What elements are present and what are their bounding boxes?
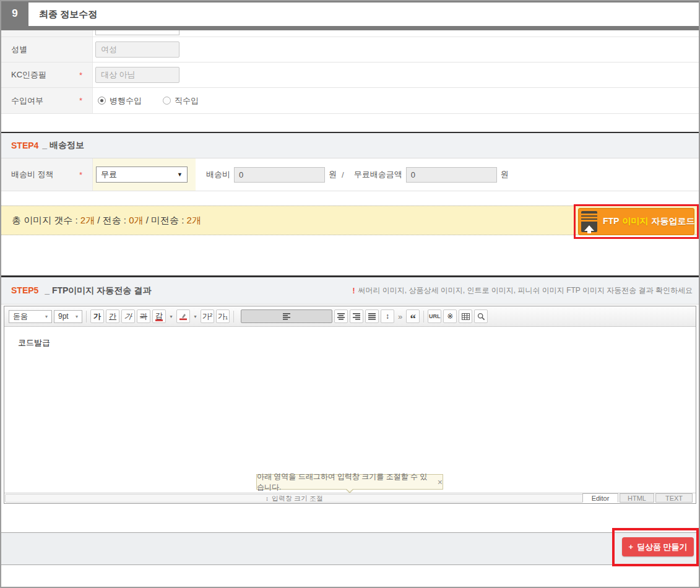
align-center-icon: [337, 313, 345, 320]
toolbar-more-icon[interactable]: »: [396, 312, 404, 321]
tab-html[interactable]: HTML: [620, 493, 654, 503]
banner-text: 총 이미지 갯수 : 2개 / 전송 : 0개 / 미전송 : 2개: [12, 215, 201, 227]
unsent-image-count: 2개: [187, 215, 201, 225]
toolbar-separator: [86, 311, 87, 322]
product-info-form: 성별 KC인증필 * 수입여부 * 병행수입: [1, 30, 699, 132]
ftp-auto-upload-button[interactable]: FTP 이미지 자동업로드: [578, 208, 694, 235]
upload-tray-icon: [581, 211, 597, 232]
create-deal-button[interactable]: + 딜상품 만들기: [622, 537, 694, 556]
search-icon: [477, 313, 485, 321]
superscript-button[interactable]: 가²: [201, 309, 214, 323]
plus-icon: +: [628, 542, 633, 551]
step5-label: STEP5: [11, 285, 38, 295]
shipping-fee-label: 배송비: [206, 169, 230, 180]
exclamation-icon: !: [353, 287, 355, 295]
close-icon[interactable]: ×: [438, 477, 443, 487]
tooltip-text: 아래 영역을 드래그하여 입력창 크기를 조절할 수 있습니다.: [257, 472, 432, 493]
insert-link-button[interactable]: URL: [428, 309, 441, 323]
align-justify-button[interactable]: [365, 309, 379, 323]
align-right-icon: [353, 313, 361, 320]
chevron-down-icon: ▼: [177, 171, 183, 178]
gender-label: 성별: [1, 37, 93, 62]
line-height-icon: ↕: [386, 312, 389, 321]
step5-title: _ FTP이미지 자동전송 결과: [45, 285, 151, 295]
parallel-import-radio[interactable]: [98, 97, 106, 105]
parallel-import-radio-label: 병행수입: [110, 95, 142, 106]
toolbar-separator: [233, 311, 234, 322]
import-type-radio-group: 병행수입 직수입: [95, 95, 199, 106]
highlight-dropdown-icon[interactable]: ▾: [192, 309, 199, 323]
special-char-icon: ※: [447, 312, 453, 321]
chevron-down-icon: ▾: [76, 314, 78, 319]
free-shipping-threshold-label: 무료배송금액: [354, 169, 402, 180]
table-row: 성별: [1, 37, 699, 63]
editor-text: 코드발급: [18, 338, 50, 347]
subscript-button[interactable]: 가₁: [216, 309, 230, 323]
footer-action-bar: [1, 532, 699, 565]
editor-mode-tabs: Editor HTML TEXT: [582, 493, 693, 503]
ftp-button-label: 자동업로드: [651, 216, 694, 227]
free-shipping-threshold-field: [406, 167, 497, 183]
line-height-button[interactable]: ↕: [381, 309, 394, 323]
required-asterisk: *: [79, 170, 82, 179]
editor-resize-handle[interactable]: ↕ 입력창 크기 조절: [5, 494, 584, 503]
chevron-down-icon: ▾: [45, 314, 48, 319]
highlight-color-button[interactable]: [176, 309, 190, 323]
font-size-select[interactable]: 9pt ▾: [54, 310, 82, 323]
page-header: 9 최종 정보수정: [1, 1, 699, 30]
font-family-select[interactable]: 돋움 ▾: [9, 310, 52, 323]
gender-field: [95, 41, 179, 58]
partial-input-row: [1, 30, 699, 37]
special-char-button[interactable]: ※: [443, 309, 457, 323]
step5-section-header: STEP5 _ FTP이미지 자동전송 결과 ! 써머리 이미지, 상품상세 이…: [1, 275, 699, 305]
page-title: 최종 정보수정: [28, 2, 699, 26]
tab-text[interactable]: TEXT: [655, 493, 693, 503]
kc-cert-field: [95, 67, 179, 83]
align-left-button[interactable]: [241, 309, 332, 323]
align-center-button[interactable]: [334, 309, 348, 323]
step5-notice: ! 써머리 이미지, 상품상세 이미지, 인트로 이미지, 피니쉬 이미지 FT…: [353, 285, 693, 296]
resize-arrows-icon: ↕: [266, 495, 269, 502]
blockquote-button[interactable]: “: [406, 309, 420, 323]
direct-import-radio[interactable]: [163, 97, 171, 105]
toolbar-separator: [423, 311, 424, 322]
editor-toolbar: 돋움 ▾ 9pt ▾ 가 간 가 과 감 ▾ ▾ 가² 가₁: [4, 306, 696, 327]
editor-bottom-bar: ↕ 입력창 크기 조절 Editor HTML TEXT: [4, 493, 696, 503]
direct-import-radio-label: 직수입: [175, 95, 199, 106]
shipping-fee-field: [234, 167, 325, 183]
step4-label: STEP4: [11, 141, 38, 150]
table-row: 수입여부 * 병행수입 직수입: [1, 88, 699, 114]
font-color-dropdown-icon[interactable]: ▾: [168, 309, 175, 323]
kc-cert-label: KC인증필 *: [1, 63, 93, 87]
separator: /: [342, 170, 344, 179]
align-right-button[interactable]: [350, 309, 363, 323]
row-label-empty: [1, 30, 93, 37]
table-row: KC인증필 *: [1, 63, 699, 88]
quote-icon: “: [410, 311, 416, 322]
shipping-policy-select[interactable]: 무료 ▼: [96, 166, 188, 183]
table-icon: [462, 313, 470, 320]
insert-table-button[interactable]: [459, 309, 472, 323]
font-color-button[interactable]: 감: [152, 309, 166, 323]
resize-handle-label: 입력창 크기 조절: [272, 494, 323, 503]
import-type-label: 수입여부 *: [1, 88, 93, 113]
underline-button[interactable]: 간: [106, 309, 119, 323]
shipping-policy-row: 배송비 정책 * 무료 ▼ 배송비 원 / 무료배송금액 원: [1, 158, 699, 191]
italic-button[interactable]: 가: [121, 309, 135, 323]
step4-section-header: STEP4 _ 배송정보: [1, 132, 699, 158]
bold-button[interactable]: 가: [90, 309, 104, 323]
currency-unit: 원: [329, 169, 337, 180]
ftp-button-label: FTP: [603, 216, 619, 227]
resize-hint-tooltip: 아래 영역을 드래그하여 입력창 크기를 조절할 수 있습니다. ×: [256, 474, 443, 490]
tab-editor[interactable]: Editor: [582, 493, 618, 503]
ftp-button-label-accent: 이미지: [622, 216, 648, 227]
editor-content-area[interactable]: 코드발급: [4, 327, 696, 491]
strikethrough-button[interactable]: 과: [137, 309, 150, 323]
search-button[interactable]: [474, 309, 488, 323]
page: 9 최종 정보수정 성별 KC인증필 *: [0, 0, 700, 588]
total-image-count: 2개: [80, 215, 95, 225]
highlighter-icon: [179, 312, 188, 321]
step-number-badge: 9: [1, 1, 28, 26]
spacer-row: [1, 114, 699, 132]
currency-unit: 원: [501, 169, 509, 180]
